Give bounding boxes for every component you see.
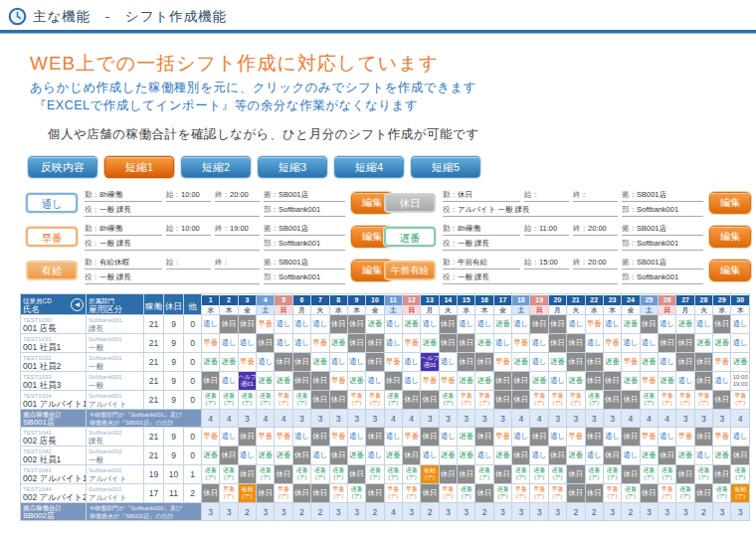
shift-cell[interactable]: 休日: [366, 484, 384, 503]
shift-cell[interactable]: 早番(ア): [275, 484, 292, 503]
shift-cell[interactable]: 休日: [622, 428, 640, 446]
day-column-header[interactable]: 11土: [384, 294, 402, 315]
shift-cell[interactable]: 休日: [475, 484, 493, 503]
shift-cell[interactable]: 遅番: [220, 353, 238, 372]
shift-cell[interactable]: 早番: [676, 428, 694, 446]
shift-cell[interactable]: 休日: [275, 353, 292, 372]
shift-cell[interactable]: 早番: [585, 315, 603, 334]
shift-cell[interactable]: 遅番: [713, 334, 731, 353]
shift-cell[interactable]: 通し: [402, 372, 420, 391]
shift-cell[interactable]: 通し: [622, 334, 640, 353]
day-column-header[interactable]: 17金: [493, 294, 511, 315]
shift-cell[interactable]: 休日: [694, 372, 712, 391]
shift-cell[interactable]: 休日: [603, 372, 621, 391]
shift-cell[interactable]: 通し: [275, 334, 292, 353]
shift-cell[interactable]: 通し: [220, 372, 238, 391]
shift-cell[interactable]: 休日: [694, 484, 712, 503]
shift-cell[interactable]: 遅番: [475, 372, 493, 391]
shift-cell[interactable]: 通し: [603, 428, 621, 446]
shift-cell[interactable]: 早番(ア): [658, 391, 675, 410]
shift-cell[interactable]: 早番(ア): [329, 484, 347, 503]
shift-cell[interactable]: 早番: [257, 315, 275, 334]
shift-cell[interactable]: 休日: [238, 465, 256, 484]
shift-cell[interactable]: 早番(ア): [530, 391, 548, 410]
shift-cell[interactable]: 遅番(ア): [458, 484, 475, 503]
shift-cell[interactable]: 休日: [439, 315, 457, 334]
shift-cell[interactable]: 通し: [585, 334, 603, 353]
day-column-header[interactable]: 30木: [731, 294, 750, 315]
shift-cell[interactable]: 遅番: [402, 315, 420, 334]
shift-cell[interactable]: 休日: [567, 334, 585, 353]
shift-cell[interactable]: 遅番: [493, 446, 511, 465]
shift-cell[interactable]: 通し: [731, 334, 750, 353]
shift-cell[interactable]: 遅番(ア): [257, 465, 275, 484]
day-column-header[interactable]: 25土: [640, 294, 658, 315]
shift-type-button[interactable]: 早番: [26, 227, 78, 247]
shift-cell[interactable]: 休日: [713, 465, 731, 484]
shift-cell[interactable]: 遅番(ア): [202, 465, 220, 484]
shift-cell[interactable]: 早番: [384, 353, 402, 372]
shift-type-button[interactable]: 有給: [26, 261, 78, 280]
shift-cell[interactable]: 遅番(ア): [220, 391, 238, 410]
shift-cell[interactable]: 遅番: [475, 334, 493, 353]
shift-cell[interactable]: 休日: [475, 428, 493, 446]
shift-cell[interactable]: 遅番(ア): [366, 465, 384, 484]
day-column-header[interactable]: 12日: [402, 294, 420, 315]
shift-cell[interactable]: 10:0019:00: [731, 372, 750, 391]
shift-cell[interactable]: 休日: [713, 391, 731, 410]
shift-cell[interactable]: 遅番: [347, 372, 365, 391]
shift-cell[interactable]: 休日: [292, 353, 310, 372]
shift-cell[interactable]: 遅番(ア): [292, 391, 310, 410]
shift-cell[interactable]: 通し: [512, 315, 530, 334]
shift-cell[interactable]: 通し: [640, 334, 658, 353]
shift-cell[interactable]: 休日: [439, 334, 457, 353]
shift-cell[interactable]: 休日: [220, 315, 238, 334]
shift-cell[interactable]: 遅番(ア): [292, 465, 310, 484]
shift-cell[interactable]: 早番: [512, 334, 530, 353]
day-column-header[interactable]: 9木: [347, 294, 365, 315]
shift-cell[interactable]: 遅番(ア): [622, 484, 640, 503]
day-column-header[interactable]: 3金: [238, 294, 256, 315]
shift-cell[interactable]: 通し: [402, 353, 420, 372]
shift-cell[interactable]: 休日: [512, 446, 530, 465]
shift-cell[interactable]: 休日: [548, 446, 566, 465]
shift-cell[interactable]: 休日: [493, 465, 511, 484]
shift-type-button[interactable]: 休日: [384, 193, 436, 213]
shift-cell[interactable]: 早番: [402, 334, 420, 353]
shift-cell[interactable]: 休日: [676, 465, 694, 484]
shift-cell[interactable]: 休日: [347, 334, 365, 353]
shift-cell[interactable]: 休日: [658, 446, 675, 465]
shift-cell[interactable]: 早番(ア): [439, 484, 457, 503]
shift-cell[interactable]: 早番(ア): [402, 484, 420, 503]
shift-cell[interactable]: 休日: [585, 428, 603, 446]
shift-cell[interactable]: 早番: [202, 428, 220, 446]
shift-cell[interactable]: 遅番(ア): [384, 391, 402, 410]
shift-cell[interactable]: 休日: [622, 465, 640, 484]
shift-cell[interactable]: 通し: [347, 353, 365, 372]
shift-cell[interactable]: 遅番(ア): [658, 465, 675, 484]
shift-cell[interactable]: 早番(ア): [658, 484, 675, 503]
shift-cell[interactable]: 早番: [493, 353, 511, 372]
shift-cell[interactable]: 遅番(ア): [585, 465, 603, 484]
shift-cell[interactable]: 休日: [402, 391, 420, 410]
shift-cell[interactable]: 通し: [585, 446, 603, 465]
shift-cell[interactable]: 通し: [220, 334, 238, 353]
day-column-header[interactable]: 21火: [567, 294, 585, 315]
day-column-header[interactable]: 18土: [512, 294, 530, 315]
shift-cell[interactable]: 早番(ア): [548, 391, 566, 410]
shift-cell[interactable]: 休日: [366, 353, 384, 372]
shift-cell[interactable]: 早番: [493, 428, 511, 446]
shift-cell[interactable]: 休日: [366, 428, 384, 446]
shift-cell[interactable]: 早番: [640, 372, 658, 391]
shift-cell[interactable]: 遅番(ア): [475, 465, 493, 484]
shift-cell[interactable]: 休日: [731, 446, 750, 465]
shift-cell[interactable]: 通し: [238, 334, 256, 353]
day-column-header[interactable]: 29水: [713, 294, 731, 315]
shift-cell[interactable]: 遅番: [603, 353, 621, 372]
shift-cell[interactable]: 有給(ア): [238, 484, 256, 503]
edit-button[interactable]: 編集: [709, 226, 751, 248]
shift-cell[interactable]: 早番(ア): [676, 391, 694, 410]
shift-cell[interactable]: 通し: [329, 353, 347, 372]
shift-cell[interactable]: 早番: [603, 334, 621, 353]
day-column-header[interactable]: 7火: [311, 294, 329, 315]
